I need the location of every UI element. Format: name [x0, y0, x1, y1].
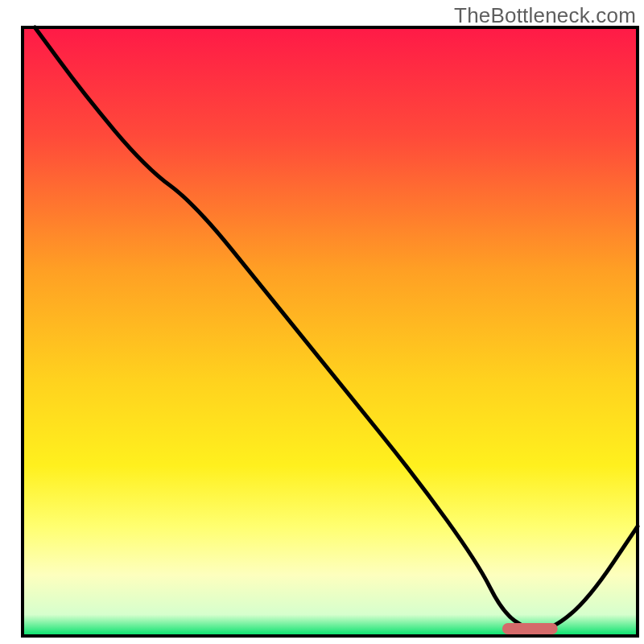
bottleneck-chart [0, 0, 644, 644]
optimal-range-marker [502, 623, 558, 634]
gradient-background [23, 27, 638, 636]
chart-container: TheBottleneck.com [0, 0, 644, 644]
